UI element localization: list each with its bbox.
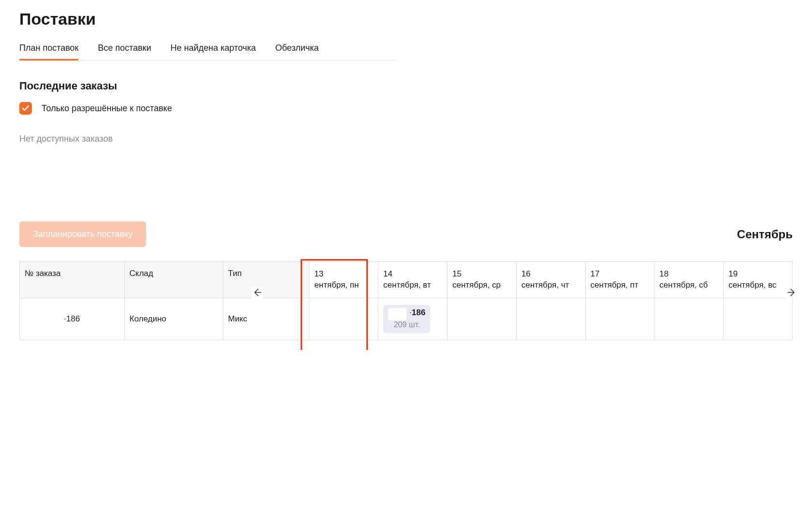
next-dates-button[interactable] [786, 287, 798, 298]
month-label: Сентябрь [737, 228, 793, 241]
tab-plan[interactable]: План поставок [19, 38, 78, 60]
col-type-header: Тип [223, 262, 309, 298]
col-sklad-header: Склад [124, 262, 223, 298]
cell-13[interactable] [309, 298, 378, 340]
cell-17[interactable] [585, 298, 654, 340]
date-col-13[interactable]: 13ентября, пн [309, 262, 378, 298]
page-title: Поставки [19, 10, 793, 29]
supply-chip[interactable]: ·186 209 шт. [383, 305, 430, 333]
table-row: ·186 Коледино Микс ·186 209 шт. [20, 298, 793, 340]
schedule-table: № заказа Склад Тип 13ентября, пн 14сентя… [19, 261, 793, 340]
allowed-only-checkbox[interactable] [19, 102, 32, 115]
allowed-only-label: Только разрешённые к поставке [42, 103, 172, 114]
plan-supply-button[interactable]: Запланировать поставку [19, 221, 146, 247]
date-col-15[interactable]: 15сентября, ср [447, 262, 516, 298]
cell-order-number: ·186 [20, 298, 125, 340]
cell-16[interactable] [516, 298, 585, 340]
check-icon [22, 104, 29, 112]
cell-type: Микс [223, 298, 309, 340]
tabs-bar: План поставок Все поставки Не найдена ка… [19, 38, 396, 60]
tab-all[interactable]: Все поставки [98, 38, 151, 60]
cell-18[interactable] [654, 298, 724, 340]
cell-14[interactable]: ·186 209 шт. [378, 298, 448, 340]
chip-thumbnail [388, 308, 406, 320]
arrow-right-icon [787, 288, 797, 297]
date-col-18[interactable]: 18сентября, сб [654, 262, 724, 298]
cell-15[interactable] [447, 298, 516, 340]
date-col-17[interactable]: 17сентября, пт [585, 262, 654, 298]
date-col-14[interactable]: 14сентября, вт [378, 262, 448, 298]
allowed-only-row: Только разрешённые к поставке [19, 102, 793, 115]
cell-sklad: Коледино [124, 298, 223, 340]
tab-no-card[interactable]: Не найдена карточка [171, 38, 256, 60]
date-col-19[interactable]: 19сентября, вс [724, 262, 793, 298]
schedule-table-wrap: № заказа Склад Тип 13ентября, пн 14сентя… [19, 261, 793, 340]
col-order-header: № заказа [20, 262, 125, 298]
tab-anon[interactable]: Обезличка [275, 38, 319, 60]
prev-dates-button[interactable] [251, 287, 263, 298]
chip-qty: 209 шт. [388, 320, 425, 329]
plan-bar: Запланировать поставку Сентябрь [19, 221, 793, 247]
cell-19[interactable] [724, 298, 793, 340]
date-col-16[interactable]: 16сентября, чт [516, 262, 585, 298]
empty-orders-message: Нет доступных заказов [19, 134, 793, 144]
arrow-left-icon [252, 288, 262, 297]
recent-orders-title: Последние заказы [19, 80, 793, 92]
